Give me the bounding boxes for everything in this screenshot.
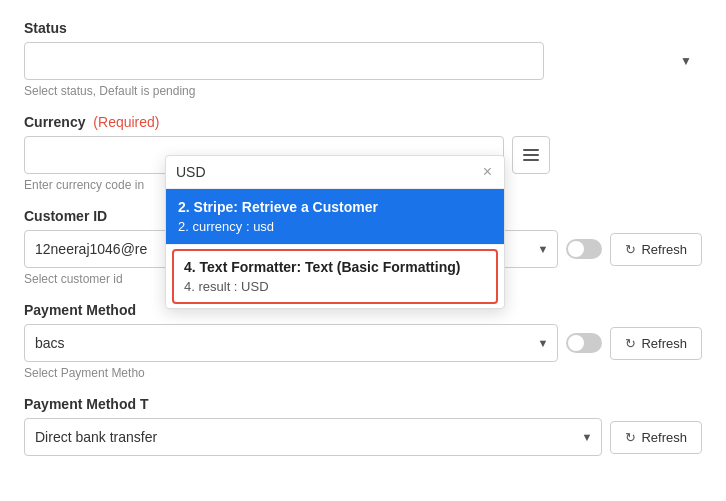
payment-method-toggle[interactable] <box>566 333 602 353</box>
dropdown-clear-button[interactable]: × <box>481 164 494 180</box>
payment-method-section: Payment Method ▼ ↻ Refresh Select Paymen… <box>24 302 702 380</box>
payment-method-input-wrapper: ▼ <box>24 324 558 362</box>
status-hint: Select status, Default is pending <box>24 84 702 98</box>
refresh-icon: ↻ <box>625 242 636 257</box>
payment-method-refresh-button[interactable]: ↻ Refresh <box>610 327 702 360</box>
dropdown-item-1[interactable]: 2. Stripe: Retrieve a Customer 2. curren… <box>166 189 504 245</box>
refresh-icon-2: ↻ <box>625 336 636 351</box>
dropdown-item-1-sub: 2. currency : usd <box>178 219 492 234</box>
status-chevron-icon: ▼ <box>680 54 692 68</box>
currency-menu-button[interactable] <box>512 136 550 174</box>
payment-method-title-input-wrapper: ▼ <box>24 418 602 456</box>
dropdown-item-2-title: 4. Text Formatter: Text (Basic Formattin… <box>184 259 486 275</box>
payment-method-title-chevron-icon: ▼ <box>582 431 593 443</box>
dropdown-item-2[interactable]: 4. Text Formatter: Text (Basic Formattin… <box>172 249 498 304</box>
payment-method-input[interactable] <box>24 324 558 362</box>
payment-method-title-label: Payment Method T <box>24 396 702 412</box>
status-label: Status <box>24 20 702 36</box>
payment-method-hint: Select Payment Metho <box>24 366 702 380</box>
payment-method-row: ▼ ↻ Refresh <box>24 324 702 362</box>
customer-id-refresh-button[interactable]: ↻ Refresh <box>610 233 702 266</box>
payment-method-title-refresh-button[interactable]: ↻ Refresh <box>610 421 702 454</box>
dropdown-item-2-sub: 4. result : USD <box>184 279 486 294</box>
refresh-icon-3: ↻ <box>625 430 636 445</box>
currency-required: (Required) <box>93 114 159 130</box>
payment-method-title-row: ▼ ↻ Refresh <box>24 418 702 456</box>
payment-method-title-section: Payment Method T ▼ ↻ Refresh <box>24 396 702 456</box>
payment-method-title-input[interactable] <box>24 418 602 456</box>
dropdown-item-1-title: 2. Stripe: Retrieve a Customer <box>178 199 492 215</box>
menu-icon <box>523 149 539 161</box>
dropdown-search-input[interactable] <box>176 164 475 180</box>
customer-id-chevron-icon: ▼ <box>538 243 549 255</box>
main-container: Status ▼ Select status, Default is pendi… <box>0 0 726 501</box>
status-select[interactable] <box>24 42 544 80</box>
dropdown-overlay: × 2. Stripe: Retrieve a Customer 2. curr… <box>165 155 505 309</box>
payment-method-chevron-icon: ▼ <box>538 337 549 349</box>
status-section: Status ▼ Select status, Default is pendi… <box>24 20 702 98</box>
customer-id-toggle[interactable] <box>566 239 602 259</box>
dropdown-search-row: × <box>166 156 504 189</box>
status-select-wrapper: ▼ <box>24 42 702 80</box>
currency-label: Currency (Required) <box>24 114 702 130</box>
